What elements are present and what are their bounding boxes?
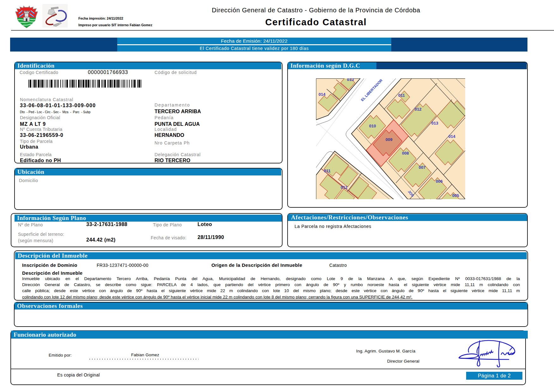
- svg-text:014: 014: [319, 92, 326, 97]
- svg-text:012: 012: [341, 185, 348, 190]
- svg-text:010: 010: [369, 124, 376, 128]
- svg-text:009: 009: [386, 137, 393, 142]
- svg-text:013: 013: [347, 78, 354, 82]
- svg-text:013: 013: [431, 121, 438, 126]
- svg-text:011: 011: [398, 93, 405, 98]
- svg-text:011: 011: [324, 168, 331, 173]
- svg-text:007: 007: [419, 165, 426, 170]
- svg-text:006: 006: [436, 179, 443, 184]
- svg-text:012: 012: [415, 107, 422, 112]
- svg-text:005: 005: [452, 193, 459, 198]
- svg-text:014: 014: [448, 134, 455, 139]
- svg-text:008: 008: [402, 151, 409, 156]
